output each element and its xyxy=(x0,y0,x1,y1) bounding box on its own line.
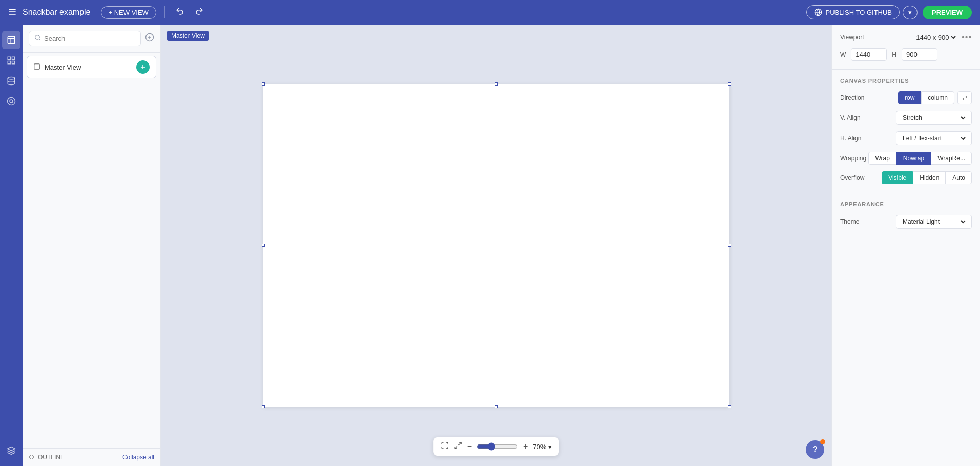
height-input[interactable] xyxy=(902,48,937,61)
search-area xyxy=(23,25,160,53)
viewport-dropdown[interactable]: 1440 x 900 xyxy=(914,33,957,42)
sidebar-icon-stacks[interactable] xyxy=(2,441,20,460)
zoom-slider-wrapper xyxy=(477,442,518,451)
wrap-button[interactable]: Wrap xyxy=(868,152,896,165)
valign-select[interactable]: Stretch Top Center Bottom xyxy=(896,111,972,125)
wrapping-btn-group: Wrap Nowrap WrapRe... xyxy=(868,152,972,165)
undo-button[interactable] xyxy=(173,5,186,20)
overflow-auto-button[interactable]: Auto xyxy=(946,171,972,184)
zoom-fullscreen-button[interactable] xyxy=(454,441,462,452)
left-sidebar-icons xyxy=(0,25,23,466)
direction-btn-group: row column xyxy=(898,91,954,104)
resize-handle-bm[interactable] xyxy=(495,405,498,408)
halign-label: H. Align xyxy=(840,135,861,142)
nowrap-button[interactable]: Nowrap xyxy=(896,152,931,165)
right-panel: Viewport 1440 x 900 ••• W H CANVAS PROPE… xyxy=(831,25,980,466)
app-title: Snackbar example xyxy=(23,8,91,17)
search-input-wrapper[interactable] xyxy=(29,31,141,46)
svg-point-9 xyxy=(35,35,40,40)
outline-label: OUTLINE xyxy=(29,454,65,461)
valign-row: V. Align Stretch Top Center Bottom xyxy=(840,111,972,125)
overflow-hidden-button[interactable]: Hidden xyxy=(913,171,946,184)
resize-handle-tl[interactable] xyxy=(262,82,265,86)
zoom-in-button[interactable]: + xyxy=(523,442,528,451)
theme-dropdown[interactable]: Material Light Material Dark iOS Light xyxy=(901,218,967,226)
resize-handle-bl[interactable] xyxy=(262,405,265,408)
direction-column-button[interactable]: column xyxy=(921,91,954,104)
resize-handle-mr[interactable] xyxy=(728,244,731,247)
zoom-percent-button[interactable]: 70% ▾ xyxy=(533,443,552,451)
sidebar-icon-data[interactable] xyxy=(2,72,20,90)
help-button[interactable]: ? xyxy=(806,440,824,459)
zoom-toolbar: − + 70% ▾ xyxy=(433,437,559,456)
svg-point-8 xyxy=(10,100,13,103)
viewport-select[interactable]: 1440 x 900 xyxy=(914,33,957,42)
canvas-frame[interactable] xyxy=(263,84,729,407)
wrapre-button[interactable]: WrapRe... xyxy=(931,152,972,165)
wrapping-label: Wrapping xyxy=(840,155,866,162)
direction-row-button[interactable]: row xyxy=(898,91,921,104)
svg-point-6 xyxy=(8,77,15,80)
resize-handle-ml[interactable] xyxy=(262,244,265,247)
resize-handle-tm[interactable] xyxy=(495,82,498,86)
tree-item-label: Master View xyxy=(45,63,132,71)
halign-row: H. Align Left / flex-start Center Right … xyxy=(840,131,972,145)
publish-button[interactable]: PUBLISH TO GITHUB xyxy=(806,5,900,19)
help-badge xyxy=(820,439,825,444)
width-input[interactable] xyxy=(851,48,887,61)
direction-row: Direction row column ⇄ xyxy=(840,91,972,104)
app-header: ☰ Snackbar example + NEW VIEW PUBLISH TO… xyxy=(0,0,980,25)
publish-arrow-button[interactable]: ▾ xyxy=(903,6,918,19)
wrapping-row: Wrapping Wrap Nowrap WrapRe... xyxy=(840,152,972,165)
svg-point-12 xyxy=(30,455,34,459)
menu-icon[interactable]: ☰ xyxy=(8,7,16,18)
dimension-row: W H xyxy=(840,48,972,61)
theme-select[interactable]: Material Light Material Dark iOS Light xyxy=(896,215,972,229)
redo-button[interactable] xyxy=(193,5,206,20)
zoom-fit-button[interactable] xyxy=(441,441,449,452)
tree-item-page-icon xyxy=(33,63,40,72)
zoom-slider[interactable] xyxy=(477,442,518,451)
tree-item-action-button[interactable] xyxy=(136,60,150,74)
width-label: W xyxy=(840,51,846,58)
halign-dropdown[interactable]: Left / flex-start Center Right / flex-en… xyxy=(901,134,967,142)
svg-point-7 xyxy=(8,98,15,105)
direction-label: Direction xyxy=(840,94,864,101)
svg-rect-2 xyxy=(8,57,10,59)
theme-label: Theme xyxy=(840,218,859,225)
valign-label: V. Align xyxy=(840,114,861,121)
halign-select[interactable]: Left / flex-start Center Right / flex-en… xyxy=(896,131,972,145)
add-layer-button[interactable] xyxy=(145,33,154,45)
sidebar-icon-pages[interactable] xyxy=(2,51,20,70)
search-input[interactable] xyxy=(44,35,135,43)
svg-rect-3 xyxy=(12,57,15,59)
overflow-label: Overflow xyxy=(840,174,864,181)
valign-dropdown[interactable]: Stretch Top Center Bottom xyxy=(901,114,967,122)
height-label: H xyxy=(892,51,896,58)
viewport-row: Viewport 1440 x 900 ••• xyxy=(840,33,972,42)
svg-rect-5 xyxy=(12,61,15,64)
divider-2 xyxy=(832,193,980,193)
header-right: PUBLISH TO GITHUB ▾ PREVIEW xyxy=(806,5,972,19)
collapse-all-button[interactable]: Collapse all xyxy=(122,454,154,461)
zoom-out-button[interactable]: − xyxy=(467,442,472,451)
left-panel: Master View OUTLINE Collapse all xyxy=(23,25,161,466)
svg-rect-11 xyxy=(34,63,40,69)
appearance-title: APPEARANCE xyxy=(840,201,972,207)
swap-button[interactable]: ⇄ xyxy=(957,91,972,104)
master-view-tree-item[interactable]: Master View xyxy=(27,56,156,78)
svg-rect-4 xyxy=(8,61,10,64)
sidebar-icon-layers[interactable] xyxy=(2,31,20,49)
sidebar-icon-themes[interactable] xyxy=(2,92,20,111)
resize-handle-br[interactable] xyxy=(728,405,731,408)
new-view-button[interactable]: + NEW VIEW xyxy=(101,6,156,19)
preview-button[interactable]: PREVIEW xyxy=(923,6,972,19)
canvas-label: Master View xyxy=(167,31,209,41)
outline-section: OUTLINE Collapse all xyxy=(23,448,160,466)
viewport-label: Viewport xyxy=(840,34,864,41)
resize-handle-tr[interactable] xyxy=(728,82,731,86)
overflow-visible-button[interactable]: Visible xyxy=(882,171,913,184)
overflow-btn-group: Visible Hidden Auto xyxy=(882,171,972,184)
more-options-icon[interactable]: ••• xyxy=(962,33,972,42)
theme-row: Theme Material Light Material Dark iOS L… xyxy=(840,215,972,229)
